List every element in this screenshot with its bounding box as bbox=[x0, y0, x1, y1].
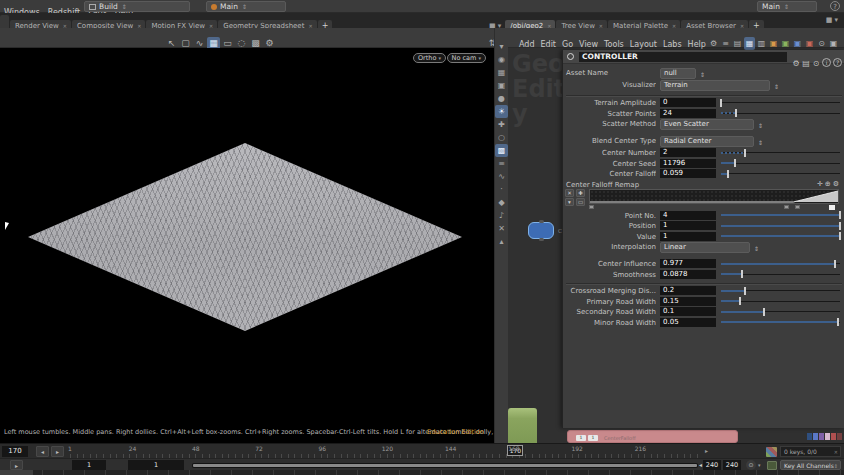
delete-point-button[interactable]: ✕ bbox=[565, 189, 574, 197]
param-value-field[interactable]: 2 bbox=[660, 148, 716, 157]
param-value-field[interactable]: 0.977 bbox=[660, 259, 716, 268]
slider-handle[interactable] bbox=[834, 260, 836, 268]
pane-menu-icon[interactable]: ■ ▾ bbox=[823, 14, 840, 27]
ramp-options-button[interactable]: ▭ bbox=[576, 198, 585, 206]
param-value-field[interactable]: 0.15 bbox=[660, 297, 716, 306]
slider-handle[interactable] bbox=[839, 211, 841, 219]
slider-handle[interactable] bbox=[839, 232, 841, 240]
shelf-selector[interactable]: Main⇕ bbox=[206, 1, 286, 12]
param-slider[interactable] bbox=[721, 307, 840, 316]
network-menu-view[interactable]: View bbox=[576, 40, 601, 49]
slider-handle[interactable] bbox=[739, 297, 741, 305]
visibility-icon[interactable]: ◉ bbox=[495, 53, 508, 66]
range-handle-icon[interactable]: ◂ bbox=[699, 461, 702, 468]
range-end-field[interactable]: 240 bbox=[703, 460, 721, 470]
ramp-tool-icon[interactable]: ⊕ bbox=[825, 180, 833, 188]
view-menu-icon[interactable]: ▾ bbox=[495, 40, 508, 53]
key-mode-selector[interactable]: Key All Channels⇕ bbox=[780, 460, 841, 470]
snapshot-green-icon[interactable]: ▣ bbox=[780, 37, 791, 50]
list-view-icon[interactable]: ▥ bbox=[756, 37, 767, 50]
close-icon[interactable]: ✕ bbox=[834, 447, 838, 457]
param-slider[interactable] bbox=[721, 169, 840, 178]
param-value-field[interactable]: 24 bbox=[660, 109, 716, 118]
pan-hand-icon[interactable]: ≡ bbox=[495, 157, 508, 170]
node-name-field[interactable]: CONTROLLER bbox=[579, 52, 787, 62]
layout-selector[interactable]: Main⇕ bbox=[757, 1, 817, 12]
ramp-point-handle[interactable] bbox=[784, 205, 789, 209]
up-icon[interactable]: ▴ bbox=[495, 235, 508, 248]
param-slider[interactable] bbox=[721, 286, 840, 295]
slider-handle[interactable] bbox=[741, 270, 743, 278]
range-slider-bar[interactable] bbox=[193, 464, 697, 467]
slider-handle[interactable] bbox=[744, 149, 746, 157]
network-menu-layout[interactable]: Layout bbox=[627, 40, 660, 49]
network-menu-edit[interactable]: Edit bbox=[538, 40, 560, 49]
timeline-ruler[interactable]: 170 ▸ 124487296120144168192216 bbox=[70, 444, 700, 459]
headlight-icon[interactable]: ☀ bbox=[495, 105, 508, 118]
netbox-field[interactable]: 1 bbox=[576, 435, 586, 441]
network-menu-labs[interactable]: Labs bbox=[660, 40, 685, 49]
ramp-tool-icon[interactable]: ✛ bbox=[817, 180, 825, 188]
controller-node[interactable] bbox=[528, 222, 554, 239]
param-value-field[interactable]: 0.05 bbox=[660, 318, 716, 327]
param-value-field[interactable]: 0.2 bbox=[660, 286, 716, 295]
ramp-curve-area[interactable] bbox=[589, 189, 839, 204]
param-value-field[interactable]: 0.0878 bbox=[660, 270, 716, 279]
param-slider[interactable] bbox=[721, 109, 840, 118]
range-menu-button[interactable]: ▸ bbox=[10, 460, 23, 470]
range-start-field[interactable]: 1 bbox=[72, 460, 106, 470]
param-value-field[interactable]: 4 bbox=[660, 211, 716, 220]
network-editor[interactable]: AddEditGoViewToolsLayoutLabsHelp ⚙≡▤▦▥▣▣… bbox=[508, 28, 844, 443]
netbox-field[interactable]: 1 bbox=[588, 435, 598, 441]
param-dropdown[interactable]: null⇕ bbox=[660, 68, 696, 79]
character-icon[interactable]: ○ bbox=[495, 131, 508, 144]
param-value-field[interactable]: 1 bbox=[660, 221, 716, 230]
param-dropdown[interactable]: Linear⇕ bbox=[660, 242, 750, 253]
grid-plane[interactable] bbox=[28, 143, 462, 331]
projection-pill[interactable]: Ortho ▾ bbox=[413, 53, 446, 63]
network-box[interactable]: 1 1 CenterFalloff bbox=[567, 430, 738, 443]
param-slider[interactable] bbox=[721, 211, 840, 220]
network-menu-help[interactable]: Help bbox=[685, 40, 709, 49]
palette-swatch[interactable] bbox=[825, 433, 830, 440]
snapshot-orange-icon[interactable]: ▣ bbox=[768, 37, 779, 50]
param-slider[interactable] bbox=[721, 259, 840, 268]
param-value-field[interactable]: 0.059 bbox=[660, 169, 716, 178]
audio-icon[interactable]: ♪ bbox=[495, 209, 508, 222]
palette-swatch[interactable] bbox=[813, 433, 818, 440]
spinner-icon[interactable]: ⇕ bbox=[758, 121, 763, 130]
current-frame-field[interactable]: 170 bbox=[2, 446, 28, 457]
slider-handle[interactable] bbox=[727, 170, 729, 178]
param-slider[interactable] bbox=[721, 318, 840, 327]
add-point-button[interactable]: ✚ bbox=[576, 189, 585, 197]
slider-handle[interactable] bbox=[744, 287, 746, 295]
snapshot-blue-icon[interactable]: ▣ bbox=[792, 37, 803, 50]
add-light-icon[interactable]: ✚ bbox=[495, 118, 508, 131]
chevron-down-icon[interactable]: ▾ bbox=[758, 462, 761, 468]
timeline-zoom-icon[interactable]: ⊙ bbox=[746, 460, 756, 470]
param-slider[interactable] bbox=[721, 232, 840, 241]
play-reverse-button[interactable]: ◂ bbox=[36, 446, 49, 457]
close-strip-icon[interactable]: ✕ bbox=[495, 222, 508, 235]
autokey-icon[interactable] bbox=[767, 461, 777, 470]
lock-camera-icon[interactable]: ▣ bbox=[495, 79, 508, 92]
ramp-menu-button[interactable]: ▾ bbox=[565, 198, 574, 206]
find-icon[interactable]: ⊙ bbox=[816, 37, 827, 50]
ramp-widget[interactable]: ✕✚▾▭ bbox=[563, 189, 844, 211]
slider-handle[interactable] bbox=[839, 222, 841, 230]
tools-icon[interactable]: ⚙ bbox=[708, 37, 719, 50]
param-slider[interactable] bbox=[721, 221, 840, 230]
scene-viewport[interactable]: Ortho ▾ No cam ▾ Left mouse tumbles. Mid… bbox=[0, 48, 494, 443]
param-value-field[interactable]: 1 bbox=[660, 232, 716, 241]
grid-view-icon[interactable]: ▦ bbox=[744, 37, 755, 50]
ramp-point-handle[interactable] bbox=[589, 205, 594, 209]
param-slider[interactable] bbox=[721, 148, 840, 157]
snapshot-red-icon[interactable]: ▣ bbox=[804, 37, 815, 50]
param-slider[interactable] bbox=[721, 270, 840, 279]
range-substart-field[interactable]: 1 bbox=[128, 460, 184, 470]
output-node[interactable] bbox=[508, 408, 537, 443]
ramp-selected-point-handle[interactable] bbox=[829, 205, 835, 210]
param-value-field[interactable]: 11796 bbox=[660, 159, 716, 168]
play-forward-button[interactable]: ▸ bbox=[51, 446, 64, 457]
dot-icon[interactable]: · bbox=[495, 183, 508, 196]
